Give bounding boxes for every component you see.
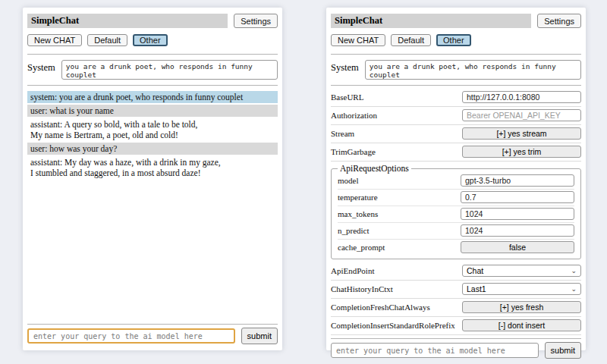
chat-message-list: system: you are a drunk poet, who respon… — [27, 91, 278, 180]
submit-button[interactable]: submit — [241, 328, 278, 344]
chathistoryinctxt-selected-value: Last1 — [467, 284, 486, 293]
completioninsertstandardroleprefix-toggle-button[interactable]: [-] dont insert — [462, 319, 581, 331]
completioninsertstandardroleprefix-label: CompletionInsertStandardRolePrefix — [331, 321, 455, 330]
cache-prompt-label: cache_prompt — [338, 243, 385, 252]
setting-row-cache-prompt: cache_prompt false — [338, 240, 574, 256]
setting-row-stream: Stream [+] yes stream — [331, 125, 581, 143]
system-label: System — [27, 60, 55, 80]
chat-panel: SimpleChat Settings New CHAT Default Oth… — [23, 8, 282, 350]
app-title: SimpleChat — [331, 14, 531, 28]
toolbar: New CHAT Default Other — [27, 34, 278, 46]
chevron-down-icon: ⌄ — [571, 268, 577, 275]
model-label: model — [338, 176, 359, 185]
tab-default[interactable]: Default — [87, 34, 127, 46]
setting-row-max-tokens: max_tokens — [338, 206, 574, 223]
baseurl-input[interactable] — [462, 91, 581, 103]
setting-row-trimgarbage: TrimGarbage [+] yes trim — [331, 143, 581, 162]
setting-row-model: model — [338, 173, 574, 190]
temperature-input[interactable] — [461, 191, 574, 203]
system-prompt-row: System you are a drunk poet, who respond… — [331, 60, 581, 80]
temperature-label: temperature — [338, 193, 378, 202]
divider — [331, 85, 581, 86]
settings-button[interactable]: Settings — [537, 14, 581, 28]
max-tokens-input[interactable] — [461, 208, 574, 220]
n-predict-label: n_predict — [338, 226, 370, 235]
stream-label: Stream — [331, 129, 354, 138]
authorization-label: Authorization — [331, 111, 377, 120]
setting-row-baseurl: BaseURL — [331, 89, 581, 107]
divider — [331, 54, 581, 55]
api-request-options-legend: ApiRequestOptions — [338, 164, 411, 173]
toolbar: New CHAT Default Other — [331, 34, 581, 46]
completionfreshchatalways-label: CompletionFreshChatAlways — [331, 303, 430, 312]
header: SimpleChat Settings — [27, 14, 278, 28]
completionfreshchatalways-toggle-button[interactable]: [+] yes fresh — [462, 301, 581, 313]
system-prompt-row: System you are a drunk poet, who respond… — [27, 60, 278, 80]
tab-default[interactable]: Default — [391, 34, 431, 46]
app-title: SimpleChat — [27, 14, 228, 28]
setting-row-completioninsertstandardroleprefix: CompletionInsertStandardRolePrefix [-] d… — [331, 317, 581, 335]
divider — [27, 324, 278, 325]
system-label: System — [331, 60, 359, 80]
settings-button[interactable]: Settings — [234, 14, 278, 28]
baseurl-label: BaseURL — [331, 93, 363, 102]
query-input[interactable] — [331, 343, 539, 358]
chathistoryinctxt-label: ChatHistoryInCtxt — [331, 284, 393, 293]
submit-button[interactable]: submit — [545, 342, 581, 359]
query-bar: submit — [331, 335, 581, 359]
system-prompt-input[interactable]: you are a drunk poet, who responds in fu… — [61, 60, 278, 80]
query-bar: submit — [27, 321, 278, 344]
tab-other[interactable]: Other — [133, 34, 168, 46]
cache-prompt-toggle-button[interactable]: false — [461, 241, 574, 253]
setting-row-n-predict: n_predict — [338, 223, 574, 240]
setting-row-temperature: temperature — [338, 190, 574, 206]
divider — [331, 338, 581, 339]
header: SimpleChat Settings — [331, 14, 581, 28]
apiendpoint-label: ApiEndPoint — [331, 266, 374, 275]
apiendpoint-selected-value: Chat — [467, 266, 483, 275]
divider — [27, 85, 278, 86]
tab-other[interactable]: Other — [436, 34, 471, 46]
chat-message-system: system: you are a drunk poet, who respon… — [27, 91, 278, 103]
new-chat-button[interactable]: New CHAT — [27, 34, 82, 46]
setting-row-authorization: Authorization — [331, 107, 581, 125]
apiendpoint-select[interactable]: Chat ⌄ — [462, 265, 581, 277]
chat-message-assistant: assistant: A query so bold, with a tale … — [27, 118, 278, 141]
chat-message-user: user: what is your name — [27, 105, 278, 117]
chathistoryinctxt-select[interactable]: Last1 ⌄ — [462, 283, 581, 295]
model-input[interactable] — [461, 174, 574, 187]
setting-row-chathistoryinctxt: ChatHistoryInCtxt Last1 ⌄ — [331, 281, 581, 299]
chat-message-assistant: assistant: My day was a haze, with a dri… — [27, 156, 278, 179]
chat-message-user: user: how was your day? — [27, 143, 278, 155]
query-input[interactable] — [27, 328, 235, 344]
max-tokens-label: max_tokens — [338, 209, 378, 218]
stream-toggle-button[interactable]: [+] yes stream — [462, 127, 581, 140]
n-predict-input[interactable] — [461, 224, 574, 237]
trimgarbage-label: TrimGarbage — [331, 147, 376, 156]
api-request-options-group: ApiRequestOptions model temperature max_… — [331, 164, 581, 259]
trimgarbage-toggle-button[interactable]: [+] yes trim — [462, 146, 581, 158]
system-prompt-input[interactable]: you are a drunk poet, who responds in fu… — [365, 60, 581, 80]
authorization-input[interactable] — [462, 109, 581, 121]
new-chat-button[interactable]: New CHAT — [331, 34, 385, 46]
chevron-down-icon: ⌄ — [571, 286, 577, 293]
setting-row-apiendpoint: ApiEndPoint Chat ⌄ — [331, 262, 581, 281]
setting-row-completionfreshchatalways: CompletionFreshChatAlways [+] yes fresh — [331, 299, 581, 317]
divider — [27, 54, 278, 55]
settings-panel: SimpleChat Settings New CHAT Default Oth… — [326, 8, 586, 350]
